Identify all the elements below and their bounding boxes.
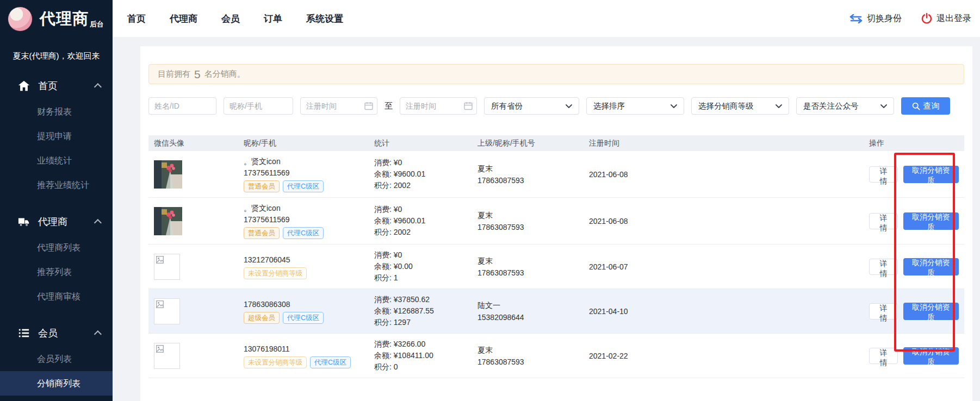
sidebar-item-performance-stats[interactable]: 业绩统计 [0,148,113,173]
sidebar-group-label: 代理商 [38,215,67,228]
cancel-distribution-button[interactable]: 取消分销资质 [903,347,959,365]
topnav-item-home[interactable]: 首页 [127,12,146,25]
member-tags: 未设置分销商等级 [244,267,363,279]
topnav-item-member[interactable]: 会员 [221,12,240,25]
register-start-date-field [300,97,377,115]
cell-register-time: 2021-06-08 [584,151,864,198]
sidebar-item-agent-review[interactable]: 代理商审核 [0,284,113,309]
sidebar-item-finance-report[interactable]: 财务报表 [0,99,113,124]
cancel-distribution-button[interactable]: 取消分销资质 [903,258,959,275]
sidebar-item-withdraw-request[interactable]: 提现申请 [0,124,113,148]
alert-prefix: 目前拥有 [158,69,190,79]
detail-button[interactable]: 详情 [869,213,898,229]
member-phone: 13212706045 [244,254,363,266]
stat-points: 积分: 2002 [374,180,467,191]
sidebar-item-distributor-list[interactable]: 分销商列表 [0,371,113,396]
register-date: 2021-04-10 [589,307,628,316]
chevron-up-icon [94,330,102,338]
cell-nickname-phone: 。贤文icon 17375611569 普通会员代理C级区 [238,198,369,245]
table-header-row: 微信头像 昵称/手机 统计 上级/昵称/手机号 注册时间 操作 [148,135,964,151]
cell-register-time: 2021-06-07 [584,245,864,289]
sidebar-sublist-member: 会员列表 分销商列表 [0,347,113,396]
sidebar-group-label: 会员 [38,327,58,340]
switch-identity-label: 切换身份 [867,13,902,24]
header-stats: 统计 [369,135,472,151]
logout-button[interactable]: 退出登录 [921,13,971,24]
sidebar-item-member-list[interactable]: 会员列表 [0,347,113,371]
sidebar-item-referral-performance-stats[interactable]: 推荐业绩统计 [0,173,113,197]
sort-select[interactable]: 选择排序 [586,97,684,115]
filter-bar: 至 所有省份 选择排序 选择分销商等级 是否关注公众号 查询 [148,97,964,115]
cell-actions: 详情 取消分销资质 [864,334,964,378]
wechat-avatar-photo [154,207,182,235]
header-actions: 操作 [864,135,964,151]
parent-phone: 15382098644 [477,311,578,323]
switch-identity-button[interactable]: 切换身份 [849,13,902,24]
sidebar-item-referral-list[interactable]: 推荐列表 [0,260,113,284]
member-nickname: 。贤文icon [244,203,363,214]
app-title: 代理商 [40,8,89,30]
province-select[interactable]: 所有省份 [484,97,579,115]
cancel-distribution-button[interactable]: 取消分销资质 [903,212,959,230]
calendar-icon[interactable] [364,102,373,110]
topnav-item-settings[interactable]: 系统设置 [306,12,343,25]
cell-stats: 消费: ¥0 余额: ¥9600.01 积分: 2002 [369,198,472,245]
sidebar-group-home[interactable]: 首页 [0,72,113,99]
app-logo[interactable]: 代理商 后台 [0,0,113,37]
member-tags: 未设置分销商等级代理C级区 [244,356,363,368]
topnav-item-agent[interactable]: 代理商 [170,12,197,25]
broken-avatar-image [154,343,180,369]
member-tags: 超级会员代理C级区 [244,312,363,324]
cell-parent: 夏末 17863087593 [472,334,584,378]
name-id-input[interactable] [148,97,216,115]
cancel-distribution-button[interactable]: 取消分销资质 [903,166,959,183]
member-tag: 未设置分销商等级 [244,267,307,279]
member-tags: 普通会员代理C级区 [244,180,363,192]
sidebar-sublist-home: 财务报表 提现申请 业绩统计 推荐业绩统计 [0,99,113,197]
detail-button[interactable]: 详情 [869,348,898,364]
sidebar: 代理商 后台 夏末(代理商)，欢迎回来 首页 财务报表 提现申请 业绩统计 推荐… [0,0,113,401]
cell-avatar [148,151,238,198]
nickname-phone-input[interactable] [224,97,293,115]
chevron-down-icon [776,104,782,108]
sidebar-item-agent-list[interactable]: 代理商列表 [0,235,113,260]
member-tag: 代理C级区 [283,312,324,324]
table-row: 。贤文icon 17375611569 普通会员代理C级区 消费: ¥0 余额:… [148,151,964,198]
list-icon [18,327,30,339]
header-nickname-phone: 昵称/手机 [238,135,369,151]
cancel-distribution-button[interactable]: 取消分销资质 [903,303,959,320]
topnav-item-order[interactable]: 订单 [264,12,282,25]
cell-register-time: 2021-04-10 [584,289,864,334]
distributor-level-select[interactable]: 选择分销商等级 [691,97,789,115]
follow-official-account-select[interactable]: 是否关注公众号 [796,97,894,115]
detail-button[interactable]: 详情 [869,259,898,275]
cell-parent: 夏末 17863087593 [472,198,584,245]
stat-points: 积分: 1 [374,272,467,284]
stat-consume: 消费: ¥0 [374,204,467,215]
chevron-down-icon [671,104,677,108]
calendar-icon[interactable] [464,102,473,110]
distributor-count: 5 [194,68,201,81]
search-button[interactable]: 查询 [901,97,950,115]
cell-parent: 夏末 17863087593 [472,245,584,289]
header-avatar: 微信头像 [148,135,238,151]
detail-button[interactable]: 详情 [869,166,898,183]
sidebar-group-member[interactable]: 会员 [0,319,113,347]
parent-name: 夏末 [477,255,578,267]
stat-consume: 消费: ¥3266.00 [374,339,467,350]
detail-button[interactable]: 详情 [869,303,898,319]
table-row: 13076198011 未设置分销商等级代理C级区 消费: ¥3266.00 余… [148,334,964,378]
topbar-right: 切换身份 退出登录 [849,13,980,24]
chevron-down-icon [566,104,572,108]
cell-avatar [148,245,238,289]
broken-avatar-image [154,298,180,324]
swap-arrows-icon [849,14,863,23]
cell-avatar [148,198,238,245]
sidebar-group-agent[interactable]: 代理商 [0,208,113,235]
cell-parent: 夏末 17863087593 [472,151,584,198]
power-icon [921,13,932,24]
register-end-date-field [400,97,477,115]
broken-image-icon [156,256,164,264]
member-tags: 普通会员代理C级区 [244,227,363,239]
app-subtitle: 后台 [90,20,104,32]
